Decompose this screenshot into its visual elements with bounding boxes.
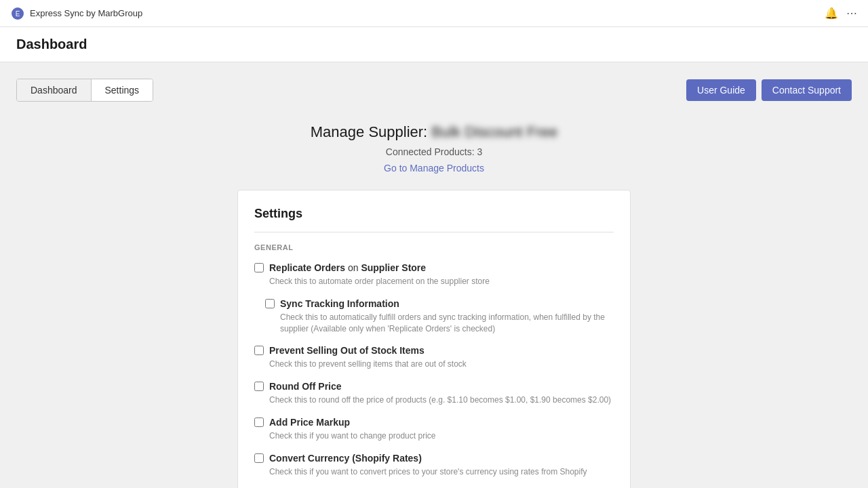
connected-products: Connected Products: 3 [16,146,852,157]
convert-currency-shopify-label: Convert Currency (Shopify Rates) [269,453,422,464]
title-bar: E Express Sync by MarbGroup 🔔 ⋯ [0,0,868,27]
nav-bar: Dashboard Settings User Guide Contact Su… [16,79,852,102]
title-bar-actions: 🔔 ⋯ [825,7,857,20]
setting-header: Round Off Price [254,381,614,392]
replicate-orders-label: Replicate Orders on Supplier Store [269,262,426,273]
tab-dashboard[interactable]: Dashboard [17,79,92,101]
manage-supplier-title: Manage Supplier: Bulk Discount Free [16,123,852,141]
app-name: Express Sync by MarbGroup [30,8,142,18]
setting-prevent-selling: Prevent Selling Out of Stock Items Check… [254,345,614,370]
replicate-orders-checkbox[interactable] [254,263,264,272]
add-price-markup-desc: Check this if you want to change product… [269,430,614,442]
nav-actions: User Guide Contact Support [686,79,852,101]
svg-text:E: E [16,10,20,18]
manage-products-link[interactable]: Go to Manage Products [384,163,484,174]
settings-card-title: Settings [254,207,614,232]
app-logo-icon: E [11,7,24,20]
setting-header: Convert Currency (Shopify Rates) [254,453,614,464]
tab-settings[interactable]: Settings [92,79,153,101]
more-options-icon[interactable]: ⋯ [846,7,857,20]
add-price-markup-label: Add Price Markup [269,417,350,428]
contact-support-button[interactable]: Contact Support [762,79,852,101]
setting-replicate-orders: Replicate Orders on Supplier Store Check… [254,262,614,287]
manage-supplier-prefix: Manage Supplier: [311,123,427,140]
setting-add-price-markup: Add Price Markup Check this if you want … [254,417,614,442]
setting-round-off-price: Round Off Price Check this to round off … [254,381,614,406]
setting-header: Prevent Selling Out of Stock Items [254,345,614,356]
add-price-markup-checkbox[interactable] [254,418,264,427]
setting-header: Sync Tracking Information [265,298,614,309]
settings-card: Settings GENERAL Replicate Orders on Sup… [237,190,631,488]
convert-currency-shopify-checkbox[interactable] [254,453,264,463]
prevent-selling-label: Prevent Selling Out of Stock Items [269,345,425,356]
notification-icon[interactable]: 🔔 [825,7,838,20]
setting-convert-currency-shopify: Convert Currency (Shopify Rates) Check t… [254,453,614,478]
supplier-name: Bulk Discount Free [431,123,557,140]
setting-header: Replicate Orders on Supplier Store [254,262,614,273]
sync-tracking-checkbox[interactable] [265,299,275,308]
sync-tracking-label: Sync Tracking Information [280,298,399,309]
general-section-label: GENERAL [254,243,614,251]
round-off-price-desc: Check this to round off the price of pro… [269,394,614,406]
main-content: Dashboard Settings User Guide Contact Su… [0,62,868,488]
nav-tabs: Dashboard Settings [16,79,153,102]
setting-sync-tracking: Sync Tracking Information Check this to … [265,298,614,335]
convert-currency-shopify-desc: Check this if you want to convert prices… [269,466,614,478]
setting-header: Add Price Markup [254,417,614,428]
page-title: Dashboard [16,37,852,52]
user-guide-button[interactable]: User Guide [686,79,756,101]
prevent-selling-desc: Check this to prevent selling items that… [269,359,614,370]
sync-tracking-desc: Check this to automatically fulfill orde… [280,312,614,335]
round-off-price-checkbox[interactable] [254,382,264,391]
supplier-section: Manage Supplier: Bulk Discount Free Conn… [16,123,852,174]
round-off-price-label: Round Off Price [269,381,342,392]
page-header: Dashboard [0,27,868,62]
replicate-orders-desc: Check this to automate order placement o… [269,276,614,287]
prevent-selling-checkbox[interactable] [254,346,264,355]
